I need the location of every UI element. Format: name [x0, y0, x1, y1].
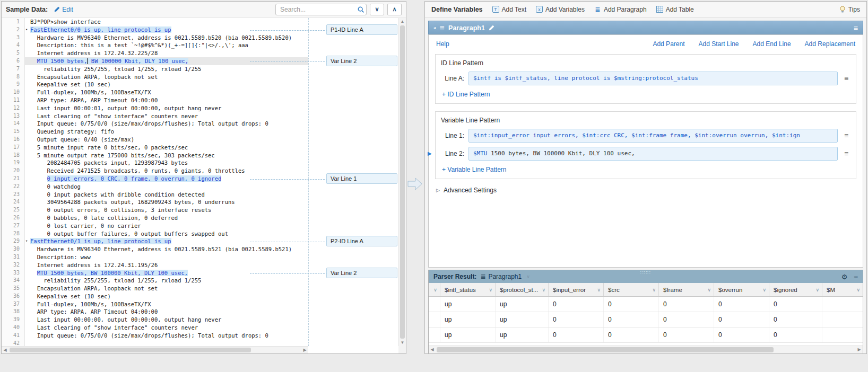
code-line[interactable]: 19 2082484705 packets input, 1293987943 … — [2, 159, 308, 167]
parser-scroll-left-icon[interactable]: ◀ — [429, 346, 436, 353]
add-id-line-pattern-link[interactable]: + ID Line Pattern — [442, 91, 490, 98]
search-input[interactable] — [275, 4, 367, 15]
scroll-right-icon[interactable]: ▶ — [301, 347, 308, 353]
code-line[interactable]: 9 Keepalive set (10 sec) — [2, 81, 308, 88]
help-link[interactable]: Help — [436, 40, 449, 48]
code-line[interactable]: 6 MTU 1500 bytes, BW 100000 Kbit, DLY 10… — [2, 57, 308, 65]
toolbar-button-add-text[interactable]: TAdd Text — [492, 6, 526, 13]
pattern-input[interactable]: $MTU 1500 bytes, BW 100000 Kbit, DLY 100… — [468, 147, 838, 161]
paragraph-selector[interactable]: ≣ Paragraph1 ∨ — [480, 273, 530, 280]
code-line[interactable]: 42 — [2, 340, 308, 346]
code-line[interactable]: 1BJ*POP>show interface — [2, 18, 308, 26]
pattern-menu-icon[interactable]: ≡ — [842, 149, 850, 158]
column-header[interactable]: $intf_status∨ — [440, 283, 496, 296]
pattern-input[interactable]: $int:input_error input errors, $int:crc … — [468, 129, 838, 143]
column-header[interactable]: $protocol_st...∨ — [496, 283, 549, 296]
action-link-add-replacement[interactable]: Add Replacement — [805, 40, 855, 48]
paragraph-menu-icon[interactable]: ≡ — [854, 24, 858, 32]
code-line[interactable]: 12 Last input 00:00:01, output 00:00:00,… — [2, 104, 308, 112]
resize-handle[interactable]: ∷∷∷ — [640, 270, 651, 275]
code-line[interactable]: 21 0 input errors, 0 CRC, 0 frame, 0 ove… — [2, 175, 308, 183]
code-line[interactable]: 35 Encapsulation ARPA, loopback not set — [2, 285, 308, 293]
horizontal-scroll-thumb[interactable] — [10, 348, 251, 352]
code-line[interactable]: 33 MTU 1500 bytes, BW 100000 Kbit, DLY 1… — [2, 269, 308, 277]
fold-marker-icon[interactable]: ▾ — [25, 237, 28, 245]
code-line[interactable]: 10 Full-duplex, 100Mb/s, 100BaseTX/FX — [2, 88, 308, 96]
horizontal-scrollbar[interactable]: ◀ ▶ — [2, 346, 308, 353]
paragraph-header[interactable]: ◂ ≣ Paragraph1 ≡ — [428, 21, 863, 34]
vertical-scroll-thumb[interactable] — [400, 25, 405, 339]
code-line[interactable]: 22 0 watchdog — [2, 183, 308, 191]
rename-paragraph-icon[interactable] — [489, 25, 494, 31]
code-line[interactable]: 36 Keepalive set (10 sec) — [2, 293, 308, 300]
pattern-menu-icon[interactable]: ≡ — [842, 131, 850, 140]
toolbar-button-add-paragraph[interactable]: ≣Add Paragraph — [594, 6, 647, 13]
search-next-button[interactable]: ∨ — [370, 4, 384, 15]
code-line[interactable]: 24 3049564288 packets output, 1682909243… — [2, 198, 308, 206]
action-link-add-start-line[interactable]: Add Start Line — [698, 40, 739, 48]
code-line[interactable]: 18 5 minute output rate 175000 bits/sec,… — [2, 152, 308, 160]
collapse-icon[interactable]: ◂ — [433, 25, 436, 30]
advanced-settings-toggle[interactable]: ▷ Advanced Settings — [436, 187, 855, 194]
code-line[interactable]: 13 Last clearing of "show interface" cou… — [2, 112, 308, 120]
code-line[interactable]: 23 0 input packets with dribble conditio… — [2, 191, 308, 199]
code-line[interactable]: 34 reliability 255/255, txload 1/255, rx… — [2, 277, 308, 285]
code-line[interactable]: 32 Internet address is 172.24.31.195/26 — [2, 261, 308, 269]
code-line[interactable]: 15 Queueing strategy: fifo — [2, 128, 308, 136]
column-header[interactable]: $frame∨ — [659, 283, 714, 296]
annotation-label[interactable]: P1-ID Line A — [326, 24, 397, 35]
toolbar-button-add-table[interactable]: Add Table — [656, 6, 694, 13]
annotation-label[interactable]: Var Line 2 — [326, 56, 397, 66]
action-link-add-end-line[interactable]: Add End Line — [753, 40, 791, 48]
minimize-icon[interactable]: − — [854, 273, 858, 281]
code-line[interactable]: 14 Input queue: 0/75/0/0 (size/max/drops… — [2, 120, 308, 128]
code-line[interactable]: 27 0 lost carrier, 0 no carrier — [2, 222, 308, 230]
code-line[interactable]: 38 ARP type: ARPA, ARP Timeout 04:00:00 — [2, 308, 308, 316]
code-line[interactable]: 8 Encapsulation ARPA, loopback not set — [2, 73, 308, 81]
annotation-label[interactable]: P2-ID Line A — [326, 236, 397, 246]
code-line[interactable]: 40 Last clearing of "show interface" cou… — [2, 324, 308, 332]
code-line[interactable]: 20 Received 2471525 broadcasts, 0 runts,… — [2, 167, 308, 175]
fold-marker-icon[interactable]: ▾ — [25, 26, 28, 34]
pattern-menu-icon[interactable]: ≡ — [842, 74, 850, 83]
column-filter[interactable]: ∨ — [429, 283, 440, 296]
code-line[interactable]: 17 5 minute input rate 0 bits/sec, 0 pac… — [2, 144, 308, 152]
column-header[interactable]: $ignored∨ — [769, 283, 822, 296]
parser-horizontal-scrollbar[interactable]: ◀ ▶ — [429, 346, 863, 353]
code-line[interactable]: 7 reliability 255/255, txload 1/255, rxl… — [2, 65, 308, 73]
column-header[interactable]: $overrun∨ — [714, 283, 769, 296]
code-line[interactable]: 4 Description: this is a test `~!@#$%^&*… — [2, 41, 308, 49]
settings-icon[interactable]: ⚙ — [841, 273, 848, 281]
code-editor[interactable]: 1BJ*POP>show interface2▾FastEthernet0/0 … — [2, 18, 398, 346]
code-line[interactable]: 37 Full-duplex, 100Mb/s, 100BaseTX/FX — [2, 300, 308, 308]
code-line[interactable]: 16 Output queue: 0/40 (size/max) — [2, 136, 308, 144]
search-prev-button[interactable]: ∧ — [387, 4, 402, 15]
toolbar-button-add-variables[interactable]: xAdd Variables — [536, 6, 585, 13]
code-line[interactable]: 3 Hardware is MV96340 Ethernet, address … — [2, 34, 308, 42]
code-line[interactable]: 28 0 output buffer failures, 0 output bu… — [2, 230, 308, 238]
column-header[interactable]: $M∨ — [822, 283, 863, 296]
code-line[interactable]: 41 Input queue: 0/75/0/0 (size/max/drops… — [2, 332, 308, 340]
code-line[interactable]: 39 Last input 00:00:00, output 00:00:00,… — [2, 316, 308, 324]
code-line[interactable]: 25 0 output errors, 0 collisions, 3 inte… — [2, 206, 308, 214]
code-line[interactable]: 5 Internet address is 172.24.32.225/28 — [2, 49, 308, 57]
code-line[interactable]: 26 0 babbles, 0 late collision, 0 deferr… — [2, 214, 308, 222]
code-line[interactable]: 11 ARP type: ARPA, ARP Timeout 04:00:00 — [2, 96, 308, 104]
tips-button[interactable]: Tips — [839, 6, 860, 13]
annotation-label[interactable]: Var Line 1 — [326, 173, 397, 184]
parser-scroll-right-icon[interactable]: ▶ — [856, 346, 863, 353]
parser-scroll-thumb[interactable] — [437, 347, 774, 352]
column-header[interactable]: $input_error∨ — [549, 283, 604, 296]
table-row[interactable]: upup00000 — [429, 312, 863, 327]
code-line[interactable]: 29▾FastEthernet0/1 is up, line protocol … — [2, 237, 308, 245]
scroll-left-icon[interactable]: ◀ — [2, 347, 8, 353]
scroll-up-icon[interactable]: ▲ — [399, 18, 406, 25]
annotation-label[interactable]: Var Line 2 — [326, 268, 397, 278]
search-icon[interactable] — [357, 6, 364, 15]
code-line[interactable]: 30 Hardware is MV96340 Ethernet, address… — [2, 245, 308, 253]
vertical-scrollbar[interactable]: ▲ ▼ — [398, 18, 406, 346]
action-link-add-parent[interactable]: Add Parent — [653, 40, 684, 48]
table-row[interactable]: upup00000 — [429, 297, 863, 312]
add-variable-line-pattern-link[interactable]: + Variable Line Pattern — [442, 166, 507, 173]
pattern-input[interactable]: $intf is $intf_status, line protocol is … — [468, 72, 838, 85]
